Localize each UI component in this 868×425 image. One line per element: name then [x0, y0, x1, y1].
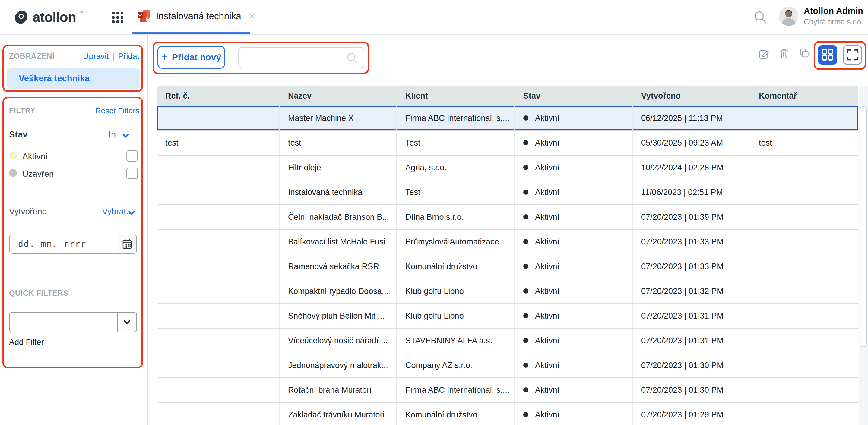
- status-text: Aktivní: [535, 361, 559, 370]
- status-text: Aktivní: [535, 138, 559, 148]
- table-row[interactable]: Čelní nakladač Branson B...Dílna Brno s.…: [157, 205, 858, 230]
- cell-status: Aktivní: [515, 304, 633, 328]
- status-dot-icon: [523, 387, 528, 392]
- cell-ref: [157, 205, 280, 229]
- status-text: Aktivní: [535, 336, 559, 345]
- table-row[interactable]: Ramenová sekačka RSRKomunální družstvoAk…: [157, 254, 858, 279]
- quick-filters-title: QUICK FILTERS: [9, 289, 68, 297]
- cell-comment: [750, 403, 858, 425]
- tab-label: Instalovaná technika: [156, 11, 241, 22]
- scrollbar-track[interactable]: [859, 86, 868, 425]
- table-row[interactable]: Víceúčelový nosič nářadí ...STAVEBNINY A…: [157, 329, 858, 353]
- table-row[interactable]: Balíkovací list McHale Fusi...Průmyslová…: [157, 230, 858, 254]
- tab-close-icon[interactable]: ✕: [249, 11, 255, 22]
- cell-created: 07/20/2023 | 01:32 PM: [633, 279, 750, 303]
- status-closed-checkbox[interactable]: [126, 168, 138, 179]
- created-operator-chevron-down-icon[interactable]: [127, 209, 136, 217]
- cell-ref: [157, 329, 280, 353]
- user-name[interactable]: Atollon Admin: [804, 6, 863, 16]
- cell-created: 07/20/2023 | 01:30 PM: [633, 378, 750, 402]
- cell-comment: [750, 180, 858, 204]
- cell-ref: [157, 378, 280, 402]
- cell-comment: [750, 106, 858, 130]
- status-text: Aktivní: [535, 410, 559, 419]
- cell-client: Dílna Brno s.r.o.: [397, 205, 515, 229]
- status-closed-dot-icon: [9, 169, 17, 177]
- add-new-button[interactable]: + Přidat nový: [157, 46, 225, 69]
- chevron-down-icon: [122, 319, 131, 326]
- grid-view-button[interactable]: [818, 45, 837, 65]
- created-date-input[interactable]: dd. mm. rrrr: [9, 234, 137, 254]
- status-text: Aktivní: [535, 312, 559, 320]
- column-header-created[interactable]: Vytvořeno: [633, 86, 750, 106]
- table-row[interactable]: Rotační brána MuratoriFirma ABC Internat…: [157, 378, 858, 403]
- status-text: Aktivní: [535, 262, 559, 271]
- table-row[interactable]: Jednonápravový malotrak...Company AZ s.r…: [157, 353, 858, 378]
- cell-client: Firma ABC International, s....: [397, 106, 515, 130]
- scrollbar-thumb[interactable]: [860, 106, 867, 347]
- column-header-status[interactable]: Stav: [515, 86, 633, 106]
- cell-ref: [157, 279, 280, 303]
- atollon-logo[interactable]: atollon °: [14, 9, 83, 25]
- column-header-comment[interactable]: Komentář: [750, 86, 858, 106]
- global-search-icon[interactable]: [753, 10, 768, 25]
- quick-filter-select[interactable]: [9, 312, 137, 332]
- status-dot-icon: [523, 264, 528, 269]
- table-row[interactable]: Kompaktní rypadlo Doosa...Klub golfu Lip…: [157, 279, 858, 304]
- edit-views-link[interactable]: Upravit: [83, 52, 109, 61]
- status-active-checkbox[interactable]: [126, 150, 138, 162]
- cell-client: Test: [397, 131, 515, 155]
- table-row[interactable]: Filtr olejeAgria, s.r.o.Aktivní10/22/202…: [157, 156, 858, 180]
- sidebar-item-veskera-technika[interactable]: Veškerá technika: [7, 68, 140, 89]
- cell-name: Master Machine X: [280, 106, 397, 130]
- table-row[interactable]: Sněhový pluh Bellon Mit ...Klub golfu Li…: [157, 304, 858, 329]
- table-row[interactable]: Zakladač trávníku MuratoriKomunální druž…: [157, 403, 858, 425]
- cell-comment: [750, 353, 858, 378]
- status-dot-icon: [523, 165, 528, 170]
- user-company: Chytrá firma s.r.o.: [804, 18, 863, 26]
- calendar-icon: [122, 239, 133, 250]
- column-header-name[interactable]: Název: [280, 86, 397, 106]
- column-header-ref[interactable]: Ref. č.: [157, 86, 280, 106]
- app-launcher-icon[interactable]: [112, 12, 124, 24]
- status-dot-icon: [523, 412, 528, 417]
- cell-created: 07/20/2023 | 01:39 PM: [633, 205, 750, 229]
- table-row[interactable]: testtestTestAktivní05/30/2025 | 09:23 AM…: [157, 131, 858, 156]
- fullscreen-button[interactable]: [843, 45, 862, 65]
- quick-filter-dropdown-button[interactable]: [117, 313, 136, 332]
- active-tab-indicator: [132, 32, 250, 34]
- cell-client: Firma ABC International, s....: [397, 378, 515, 402]
- cell-ref: [157, 403, 280, 425]
- cell-client: Komunální družstvo: [397, 403, 515, 425]
- table-row[interactable]: Master Machine XFirma ABC International,…: [157, 106, 858, 131]
- cell-created: 07/20/2023 | 01:29 PM: [633, 403, 750, 425]
- status-operator[interactable]: In: [108, 130, 116, 139]
- cell-name: test: [280, 131, 397, 155]
- avatar[interactable]: [779, 7, 798, 26]
- table-row[interactable]: Instalovaná technikaTestAktivní11/06/202…: [157, 180, 858, 205]
- cell-client: Průmyslová Automatizace...: [397, 230, 515, 254]
- logo-text: atollon: [33, 9, 76, 25]
- status-text: Aktivní: [535, 188, 559, 197]
- cell-client: Agria, s.r.o.: [397, 156, 515, 179]
- reset-filters-link[interactable]: Reset Filters: [85, 106, 140, 116]
- cell-name: Ramenová sekačka RSR: [280, 254, 397, 279]
- cell-ref: [157, 180, 280, 204]
- add-view-link[interactable]: Přidat: [118, 52, 140, 61]
- tab-instalovana-technika[interactable]: € Instalovaná technika ✕: [136, 9, 255, 24]
- grid-view-icon: [818, 45, 837, 65]
- status-text: Aktivní: [535, 386, 559, 395]
- add-filter-link[interactable]: Add Filter: [9, 337, 44, 347]
- status-operator-chevron-down-icon[interactable]: [121, 132, 130, 139]
- svg-text:€: €: [146, 17, 149, 22]
- cell-status: Aktivní: [515, 254, 633, 279]
- calendar-button[interactable]: [118, 235, 136, 253]
- copy-icon[interactable]: [798, 47, 810, 60]
- cell-created: 07/20/2023 | 01:31 PM: [633, 329, 750, 353]
- cell-client: Komunální družstvo: [397, 254, 515, 279]
- cell-comment: [750, 304, 858, 328]
- column-header-client[interactable]: Klient: [397, 86, 515, 106]
- delete-icon[interactable]: [778, 47, 790, 60]
- edit-icon[interactable]: [758, 47, 770, 60]
- table-search-input[interactable]: [238, 47, 364, 68]
